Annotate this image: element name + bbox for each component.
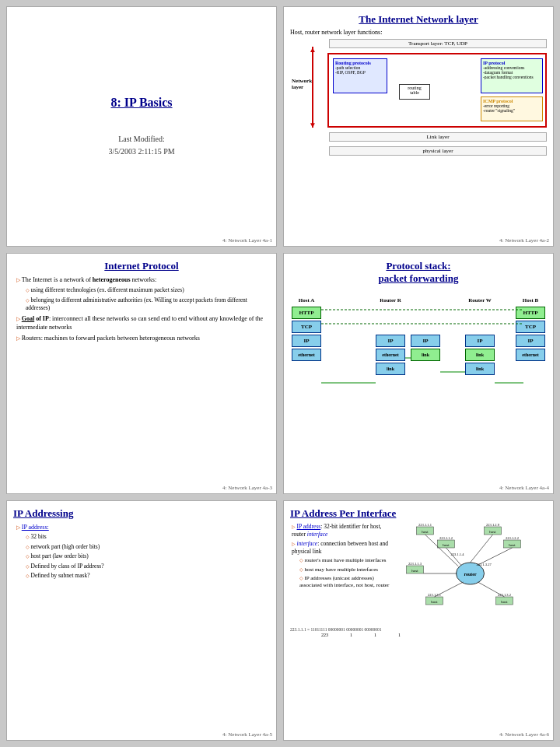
list-item: interface: connection between host and p… [292, 540, 391, 556]
slide2-subtitle: Host, router network layer functions: [290, 29, 547, 36]
list-item: IP address: [16, 523, 270, 532]
transport-layer: Transport layer: TCP, UDP [329, 39, 547, 48]
list-item: network part (high order bits) [16, 543, 270, 552]
svg-text:host: host [509, 543, 516, 547]
svg-text:host: host [422, 530, 429, 534]
slide-4: Protocol stack:packet forwarding Host A … [283, 253, 554, 493]
router-w-col: Router W IP link link [465, 297, 495, 375]
routing-protocols-box: Routing protocols -path selection-RIP, O… [333, 58, 387, 93]
list-item: router's must have multiple interfaces [292, 557, 391, 564]
list-item: using different technologies (ex. differ… [16, 286, 270, 295]
network-label: Networklayer [292, 78, 312, 90]
slide4-title: Protocol stack:packet forwarding [290, 260, 547, 285]
network-arrow [312, 47, 313, 128]
slide1-footer: 4: Network Layer 4a-1 [222, 237, 272, 244]
slide1-title: 8: IP Basics [110, 96, 172, 110]
svg-line-34 [478, 548, 513, 565]
svg-text:router: router [464, 572, 477, 577]
icmp-protocol-box: ICMP protocol -error reporting-router "s… [481, 96, 543, 121]
slide4-footer: 4: Network Layer 4a-4 [499, 485, 549, 491]
octet-labels: 223 1 1 1 [290, 633, 547, 637]
list-item: IP addresses (unicast addresses) associa… [292, 575, 391, 590]
slide-1: 8: IP Basics Last Modified: 3/5/2003 2:1… [6, 6, 277, 247]
slide2-footer: 4: Network Layer 4a-2 [499, 237, 549, 244]
slide6-footer: 4: Network Layer 4a-6 [499, 731, 549, 738]
slide3-title: Internet Protocol [13, 260, 270, 272]
slide6-content: IP address: 32-bit identifier for host, … [290, 523, 547, 626]
svg-text:223.1.1.3: 223.1.1.3 [408, 562, 422, 566]
slide3-list: The Internet is a network of heterogeneo… [13, 275, 270, 342]
list-item: Defined by subnet mask? [16, 572, 270, 580]
svg-line-37 [478, 582, 505, 597]
physical-layer: physical layer [329, 146, 547, 156]
svg-text:223.1.2.2: 223.1.2.2 [506, 536, 519, 540]
list-item: IP address: 32-bit identifier for host, … [292, 523, 391, 538]
link-layer: Link layer [329, 132, 547, 142]
list-item: The Internet is a network of heterogeneo… [16, 275, 270, 285]
slide6-left: IP address: 32-bit identifier for host, … [290, 523, 391, 626]
list-item: Routers: machines to forward packets bet… [16, 334, 270, 343]
slide6-title: IP Address Per Interface [290, 507, 547, 520]
slide1-subtitle: Last Modified: 3/5/2003 2:11:15 PM [108, 133, 174, 158]
host-a-col: Host A HTTP TCP IP ethernet [292, 297, 321, 361]
svg-line-33 [471, 535, 493, 563]
slide6-list: IP address: 32-bit identifier for host, … [290, 523, 391, 590]
host-b-col: Host B HTTP TCP IP ethernet [516, 297, 545, 361]
network-diagram: Transport layer: TCP, UDP ▲ ▼ Networklay… [290, 39, 547, 156]
svg-text:host: host [411, 569, 418, 573]
slide2-title: The Internet Network layer [290, 13, 547, 26]
svg-text:223.1.2.9: 223.1.2.9 [486, 523, 500, 527]
list-item: belonging to different administrative au… [16, 296, 270, 313]
slide5-footer: 4: Network Layer 4a-5 [222, 731, 272, 738]
slide-3: Internet Protocol The Internet is a netw… [6, 253, 277, 493]
list-item: host part (law order bits) [16, 552, 270, 561]
slide-5: IP Addressing IP address: 32 bits networ… [6, 500, 277, 741]
routing-table: routingtable [399, 84, 430, 100]
svg-text:223.1.1.1: 223.1.1.1 [418, 523, 432, 527]
router-r-right-col: . IP link [411, 297, 440, 361]
svg-text:223.1.3.2: 223.1.3.2 [498, 593, 511, 597]
svg-text:host: host [501, 600, 508, 604]
list-item: Goal of IP: interconnect all these netwo… [16, 314, 270, 332]
list-item: host may have multiple interfaces [292, 566, 391, 573]
slide-2: The Internet Network layer Host, router … [283, 6, 554, 247]
svg-text:host: host [431, 600, 438, 604]
slides-grid: 8: IP Basics Last Modified: 3/5/2003 2:1… [0, 0, 560, 747]
binary-line: 223.1.1.1 = 11011111 00000001 00000001 0… [290, 627, 547, 632]
slide-6: IP Address Per Interface IP address: 32-… [283, 500, 554, 741]
slide5-title: IP Addressing [13, 507, 270, 520]
list-item: Defined by class of IP address? [16, 563, 270, 571]
slide5-list: IP address: 32 bits network part (high o… [13, 523, 270, 580]
arrow-down: ▼ [309, 121, 317, 129]
svg-text:223.1.3.1: 223.1.3.1 [428, 593, 441, 597]
arrow-up: ▲ [309, 45, 317, 54]
protocol-diagram: Host A HTTP TCP IP ethernet Router R IP … [290, 288, 547, 412]
svg-line-36 [435, 582, 464, 597]
slide3-footer: 4: Network Layer 4a-3 [222, 485, 272, 491]
ip-network-diagram: router host 223.1.1.1 host 223.1.1.2 hos… [394, 523, 547, 624]
svg-text:223.1.1.2: 223.1.1.2 [439, 536, 453, 540]
ip-protocol-box: IP protocol -addressing conventions-data… [481, 58, 543, 93]
list-item: 32 bits [16, 533, 270, 542]
slide6-right: router host 223.1.1.1 host 223.1.1.2 hos… [394, 523, 547, 626]
svg-text:host: host [443, 543, 450, 547]
svg-text:host: host [489, 530, 496, 534]
router-r-col: Router R IP ethernet link [376, 297, 405, 375]
